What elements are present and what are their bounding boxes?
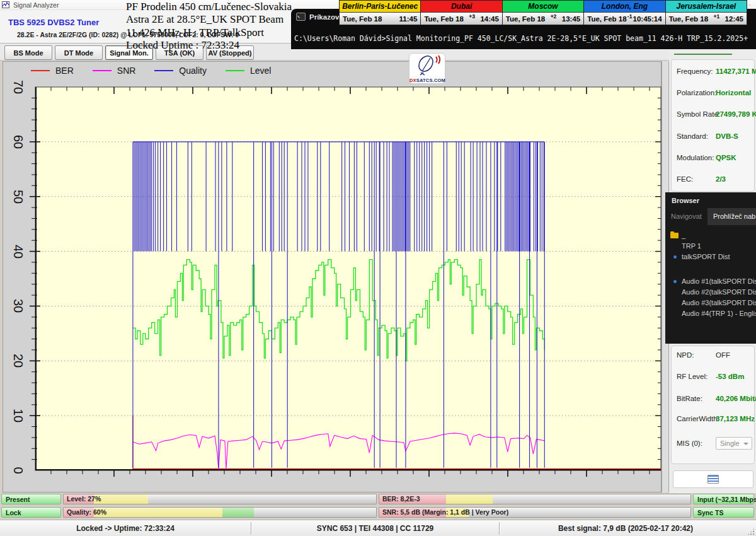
ber-line-swatch bbox=[31, 70, 50, 71]
clock-moscow: Moscow Tue, Feb 18 +2 13:45 bbox=[503, 1, 584, 25]
annotation-line: Astra 2E at 28.5°E_UK SPOT Beam bbox=[126, 13, 292, 26]
status-counters: SYNC 653 | TEI 44308 | CC 11729 bbox=[251, 520, 499, 536]
ts-record-button[interactable] bbox=[673, 470, 753, 488]
param-symbol-rate: Symbol Rate: 27499,789 KS/s bbox=[672, 110, 754, 119]
clock-city: Berlin-Paris-Lučenec bbox=[340, 1, 420, 13]
quality-bar-segment bbox=[222, 508, 254, 517]
param-label: RF Level: bbox=[677, 373, 707, 380]
param-label: Standard: bbox=[677, 132, 708, 140]
annotation-overlay: PF Prodelin 450 cm/Lučenec-Slovakia Astr… bbox=[126, 1, 292, 52]
logo-text-rest: SATCS.COM bbox=[416, 78, 445, 83]
param-fec: FEC: 2/3 bbox=[672, 175, 754, 184]
quality-bar: Quality: 60% bbox=[63, 507, 377, 518]
dt-mode-button[interactable]: DT Mode bbox=[55, 45, 103, 60]
logo-text-dx: DX bbox=[410, 78, 416, 83]
clock-city: London, Eng bbox=[584, 1, 665, 13]
param-value: QPSK bbox=[716, 154, 736, 161]
tree-root-label: _ bbox=[682, 231, 685, 239]
y-axis-label: 50 bbox=[11, 184, 25, 209]
y-axis-label: 0 bbox=[11, 458, 25, 483]
tree-item-talksport[interactable]: talkSPORT Dist bbox=[665, 252, 756, 262]
bullet-icon bbox=[673, 255, 677, 259]
terminal-icon bbox=[296, 13, 306, 21]
y-axis-label: 20 bbox=[11, 348, 25, 373]
clock-london: London, Eng Tue, Feb 18 -1 10:45:14 bbox=[584, 1, 665, 25]
browser-title: Browser bbox=[665, 192, 756, 208]
quality-bar-segment bbox=[94, 508, 222, 517]
clock-time: 10:45:14 bbox=[633, 15, 662, 23]
tab-navigovat[interactable]: Navigovat bbox=[665, 208, 707, 225]
param-label: Frequency: bbox=[677, 67, 713, 75]
y-axis-label: 70 bbox=[11, 74, 25, 100]
chevron-down-icon bbox=[743, 443, 748, 445]
clock-time-row: Tue, Feb 18 +3 14:45 bbox=[421, 13, 501, 25]
y-axis-label: 30 bbox=[11, 293, 25, 318]
browser-panel: Browser Navigovat Prohlížeč nabídky N _ … bbox=[665, 192, 756, 344]
clock-city: Dubai bbox=[421, 1, 501, 13]
param-label: Modulation: bbox=[677, 154, 714, 161]
snr-line-swatch bbox=[93, 70, 112, 71]
logo-text: DXSATCS.COM bbox=[410, 78, 445, 83]
tree-spacer bbox=[665, 262, 756, 276]
audio-track-2[interactable]: Audio #2(talkSPORT Dist) - AAC bbox=[665, 287, 756, 298]
quality-bar-label: Quality: 60% bbox=[67, 508, 106, 517]
tree-root[interactable]: _ bbox=[665, 230, 756, 241]
chart-area: BER SNR Quality Level 706050403020100 bbox=[3, 61, 662, 492]
clock-time: 13:45 bbox=[562, 15, 580, 23]
tab-prohlizec-nabidky[interactable]: Prohlížeč nabídky bbox=[707, 208, 756, 225]
clock-offset: +3 bbox=[469, 13, 475, 20]
clock-city: Jerusalem-Israel bbox=[666, 1, 747, 13]
audio-track-3[interactable]: Audio #3(talkSPORT Dist) - AAC bbox=[665, 298, 756, 308]
mis-select[interactable]: Single bbox=[716, 437, 752, 450]
status-best-signal: Best signal: 7,9 dB (2025-02-17 20:42) bbox=[500, 520, 752, 536]
snr-bar-label: SNR: 5,5 dB (Margin: 1,1 dB | Very Poor) bbox=[382, 508, 508, 517]
param-mis: MIS (0): Single bbox=[672, 440, 754, 448]
param-rf-level: RF Level: -53 dBm bbox=[672, 373, 754, 382]
tree-item-label: talkSPORT Dist bbox=[682, 253, 730, 260]
audio-track-label: Audio #1(talkSPORT Dist) - AAC bbox=[682, 277, 756, 285]
satellite-dish-icon bbox=[410, 54, 445, 76]
ts-stream-icon bbox=[707, 475, 719, 484]
clock-date: Tue, Feb 18 bbox=[669, 15, 708, 23]
collapse-chevron-icon[interactable]: ⌄ bbox=[747, 1, 753, 6]
level-line-swatch bbox=[226, 70, 244, 71]
bullet-icon bbox=[673, 280, 677, 283]
status-uptime: Locked -> Uptime: 72:33:24 bbox=[0, 520, 251, 536]
signal-history-plot bbox=[35, 87, 661, 470]
tree-item-label: TRP 1 bbox=[682, 242, 701, 250]
legend-item-ber: BER bbox=[31, 66, 74, 76]
tuner-name: TBS 5925 DVBS2 Tuner bbox=[8, 18, 99, 27]
clock-offset: +1 bbox=[713, 13, 719, 20]
clock-date: Tue, Feb 18 bbox=[424, 15, 463, 23]
legend-item-level: Level bbox=[226, 66, 271, 76]
clock-dubai: Dubai Tue, Feb 18 +3 14:45 bbox=[421, 1, 502, 25]
legend-item-snr: SNR bbox=[93, 66, 136, 76]
legend-item-quality: Quality bbox=[154, 66, 207, 76]
dxsatcs-logo: DXSATCS.COM bbox=[409, 53, 445, 84]
param-value: DVB-S bbox=[716, 132, 738, 140]
clock-time-row: Tue, Feb 18 +2 13:45 bbox=[503, 13, 583, 25]
level-bar: Level: 27% bbox=[63, 494, 377, 504]
app-icon bbox=[2, 1, 9, 8]
browser-tabs: Navigovat Prohlížeč nabídky N bbox=[665, 208, 756, 225]
status-bar: Locked -> Uptime: 72:33:24 SYNC 653 | TE… bbox=[0, 520, 756, 536]
param-value: 11427,371 MHz bbox=[716, 67, 756, 75]
ber-bar-label: BER: 8,2E-3 bbox=[382, 494, 420, 504]
clock-berlin: Berlin-Paris-Lučenec Tue, Feb 18 11:45 bbox=[340, 1, 421, 25]
tree-item-trp1[interactable]: TRP 1 bbox=[665, 241, 756, 252]
param-label: BitRate: bbox=[677, 395, 702, 402]
clock-time-row: Tue, Feb 18 +1 12:45 bbox=[666, 13, 747, 25]
param-standard: Standard: DVB-S bbox=[672, 132, 754, 141]
audio-track-4[interactable]: Audio #4(TRP 1) - English, AAC( bbox=[665, 308, 756, 319]
terminal-command-line[interactable]: C:\Users\Roman Dávid>Signal Monitoring_P… bbox=[294, 34, 748, 43]
present-indicator: Present bbox=[1, 494, 61, 504]
channel-tree: _ TRP 1 talkSPORT Dist Audio #1(talkSPOR… bbox=[665, 225, 756, 319]
clock-time-row: Tue, Feb 18 11:45 bbox=[340, 13, 420, 25]
quality-line-swatch bbox=[154, 70, 173, 71]
param-value: Horizontal bbox=[716, 89, 751, 96]
audio-track-1[interactable]: Audio #1(talkSPORT Dist) - AAC bbox=[665, 276, 756, 287]
window-title: Signal Analyzer bbox=[13, 1, 59, 9]
ber-bar-segment bbox=[446, 494, 493, 504]
clock-time-row: Tue, Feb 18 -1 10:45:14 bbox=[584, 13, 665, 25]
bs-mode-button[interactable]: BS Mode bbox=[4, 45, 52, 60]
